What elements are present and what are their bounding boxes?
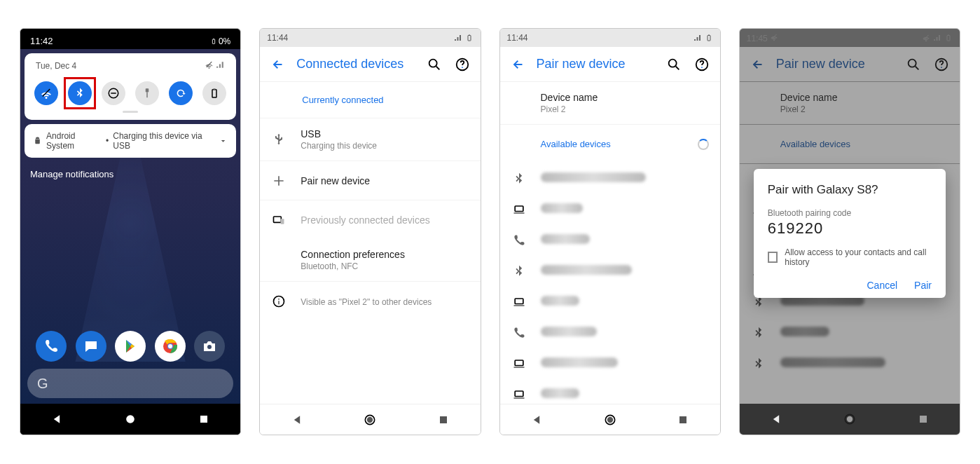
quick-settings-panel: Tue, Dec 4 — [25, 53, 236, 120]
phone-4-pairing-dialog: 11:45 Pair new device Device namePixel 2 — [739, 28, 960, 435]
search-button[interactable] — [660, 50, 688, 79]
device-name-redacted — [541, 296, 579, 306]
status-icons — [454, 34, 474, 42]
nav-recents[interactable] — [197, 412, 211, 426]
row-usb[interactable]: USBCharging this device — [260, 118, 480, 161]
device-row[interactable] — [500, 194, 720, 225]
nav-back[interactable] — [530, 413, 544, 427]
nav-home[interactable] — [123, 412, 137, 426]
device-name-redacted — [541, 172, 646, 182]
app-play-store[interactable] — [115, 331, 146, 362]
device-name-redacted — [541, 327, 597, 336]
back-button[interactable] — [264, 50, 292, 79]
scanning-spinner — [698, 139, 709, 150]
device-row[interactable] — [500, 225, 720, 256]
dialog-pair-button[interactable]: Pair — [914, 280, 932, 291]
search-button[interactable] — [420, 50, 448, 79]
laptop-icon — [511, 295, 527, 309]
status-battery: 0% — [210, 36, 230, 46]
page-title: Pair new device — [532, 57, 660, 71]
page-title: Connected devices — [292, 57, 420, 71]
phone-icon — [511, 326, 527, 340]
bt-icon — [511, 264, 527, 278]
devices-icon — [271, 213, 287, 227]
device-name-redacted — [541, 388, 579, 398]
nav-home[interactable] — [363, 413, 377, 427]
row-previously-connected[interactable]: Previously connected devices — [260, 200, 480, 239]
app-chrome[interactable] — [155, 331, 186, 362]
app-camera[interactable] — [194, 331, 225, 362]
svg-point-19 — [367, 416, 373, 422]
signal-icon — [454, 34, 462, 42]
laptop-icon — [511, 357, 527, 371]
nav-home[interactable] — [603, 413, 617, 427]
device-name-redacted — [541, 234, 590, 244]
svg-point-20 — [607, 416, 612, 422]
chevron-down-icon[interactable] — [219, 136, 228, 146]
nav-bar — [500, 404, 720, 435]
row-pair-new-device[interactable]: Pair new device — [260, 161, 480, 200]
status-bar: 11:44 — [260, 29, 480, 47]
section-currently-connected: Currently connected — [260, 82, 480, 118]
checkbox-icon — [768, 252, 778, 263]
android-icon — [33, 136, 42, 146]
device-row[interactable] — [500, 256, 720, 287]
svg-point-16 — [168, 344, 172, 348]
qs-drag-handle[interactable] — [123, 111, 138, 113]
notification-usb[interactable]: Android System • Charging this device vi… — [25, 124, 236, 158]
status-bar: 11:42 0% — [20, 29, 240, 49]
device-name-redacted — [541, 265, 632, 275]
back-button[interactable] — [504, 50, 532, 79]
nav-bar — [260, 404, 480, 435]
row-device-name[interactable]: Device namePixel 2 — [500, 82, 720, 124]
nav-back[interactable] — [769, 412, 783, 426]
qs-status-icons — [205, 60, 225, 71]
help-button[interactable] — [448, 50, 476, 79]
device-row[interactable] — [500, 348, 720, 379]
home-search-bar[interactable]: G — [27, 369, 233, 398]
qs-tile-autorotate[interactable] — [169, 81, 193, 105]
laptop-icon — [511, 203, 527, 217]
google-g-icon: G — [37, 376, 48, 392]
app-phone[interactable] — [36, 331, 67, 362]
dialog-actions: Cancel Pair — [768, 280, 932, 291]
qs-tile-wifi[interactable] — [34, 81, 58, 105]
status-time: 11:44 — [267, 33, 288, 43]
phone-2-connected-devices: 11:44 Connected devices Currently connec… — [259, 28, 481, 435]
nav-recents[interactable] — [436, 413, 450, 427]
plus-icon — [271, 174, 287, 188]
qs-date: Tue, Dec 4 — [36, 61, 76, 71]
svg-point-17 — [207, 345, 212, 349]
qs-tile-dnd[interactable] — [102, 81, 125, 105]
battery-icon — [705, 34, 713, 42]
qs-tile-flashlight[interactable] — [135, 81, 159, 105]
device-row[interactable] — [500, 318, 720, 348]
svg-point-18 — [126, 415, 134, 423]
manage-notifications-link[interactable]: Manage notifications — [20, 158, 240, 191]
nav-back[interactable] — [290, 413, 304, 427]
help-button[interactable] — [688, 50, 716, 79]
qs-tile-battery-saver[interactable] — [202, 81, 226, 105]
dialog-contacts-checkbox[interactable]: Allow access to your contacts and call h… — [768, 247, 932, 267]
bluetooth-tile-highlight — [64, 77, 96, 109]
phone-icon — [511, 233, 527, 247]
device-row[interactable] — [500, 163, 720, 194]
home-dock — [20, 331, 240, 362]
status-time: 11:44 — [507, 33, 528, 43]
phone-3-pair-new-device: 11:44 Pair new device Device namePixel 2… — [499, 28, 721, 435]
dialog-cancel-button[interactable]: Cancel — [867, 280, 898, 291]
row-connection-preferences[interactable]: Connection preferencesBluetooth, NFC — [260, 239, 480, 281]
status-time: 11:42 — [30, 36, 53, 46]
app-messages[interactable] — [76, 331, 106, 362]
qs-header: Tue, Dec 4 — [33, 60, 228, 79]
nav-bar — [20, 404, 240, 435]
battery-icon — [465, 34, 474, 42]
laptop-icon — [511, 388, 527, 402]
nav-recents[interactable] — [676, 413, 690, 427]
device-row[interactable] — [500, 287, 720, 318]
dialog-code-label: Bluetooth pairing code — [768, 208, 932, 218]
notif-app-name: Android System — [46, 131, 102, 151]
nav-back[interactable] — [50, 412, 64, 426]
device-row[interactable] — [500, 379, 720, 404]
dialog-pairing-code: 619220 — [768, 219, 932, 238]
